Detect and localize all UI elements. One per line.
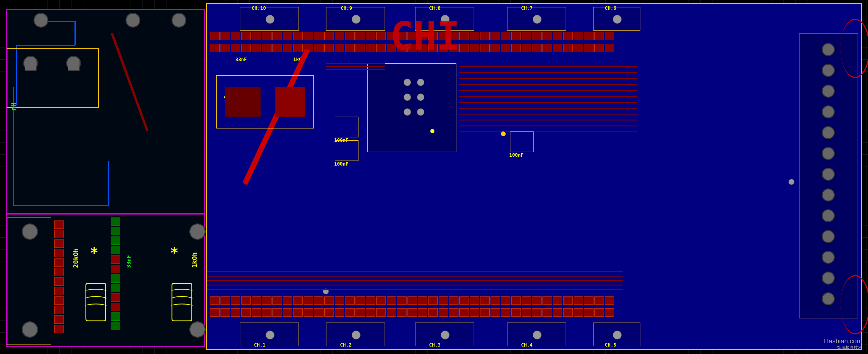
rh-via-11 xyxy=(822,251,835,264)
right-arc-2 xyxy=(840,275,868,334)
route-8 xyxy=(459,108,638,108)
pad-col-green xyxy=(111,218,120,330)
via-top-2 xyxy=(126,13,141,28)
b-route-4 xyxy=(207,276,623,277)
blue-horiz-trace xyxy=(13,205,108,206)
coil2-bump-2 xyxy=(170,296,193,302)
ic-pin-6 xyxy=(417,108,424,116)
coil-bump-3 xyxy=(85,303,107,310)
ch4-connector xyxy=(507,323,566,346)
rh-via-4 xyxy=(822,105,835,119)
label-20koh: 20kOh xyxy=(72,248,80,268)
via-bl-1 xyxy=(22,223,38,240)
via-bl-2 xyxy=(22,321,38,338)
ch9-connector xyxy=(326,7,385,31)
bottom-left-board: 20kOh * * 33nF 1kOh xyxy=(6,214,205,347)
ch9-via xyxy=(352,15,361,24)
rh-via-2 xyxy=(822,64,835,77)
ch4-label: CH.4 xyxy=(521,342,533,348)
bottom-pad-row-1 xyxy=(210,296,614,305)
ch5-label: CH.5 xyxy=(605,342,616,348)
ch6-connector xyxy=(593,7,641,31)
ic-pin-2 xyxy=(417,78,424,86)
red-diag-trace xyxy=(111,33,148,131)
right-arc xyxy=(840,19,868,78)
rh-via-8 xyxy=(822,188,835,201)
route-9 xyxy=(459,114,638,115)
rh-via-5 xyxy=(822,126,835,139)
rh-via-13 xyxy=(822,292,835,305)
left-board-label: nH xyxy=(10,103,17,111)
ch5-connector xyxy=(593,323,641,346)
bottom-pad-row-2 xyxy=(210,308,614,317)
ic-pin-1 xyxy=(404,78,411,86)
ch6-label: CH.6 xyxy=(605,5,616,11)
rh-via-1 xyxy=(822,43,835,56)
ch3-connector xyxy=(415,323,474,346)
comb-top xyxy=(326,62,385,70)
ic-pin-5 xyxy=(404,108,411,116)
ic-pin-3 xyxy=(404,94,411,101)
watermark-sub-text: 智造极具技术 xyxy=(824,345,862,350)
b-route-5 xyxy=(207,271,623,272)
via-top-1 xyxy=(34,13,49,28)
coil-bump-1 xyxy=(85,289,107,295)
via-bl-4 xyxy=(189,321,206,338)
ch7-connector xyxy=(507,7,566,31)
route-6 xyxy=(459,96,638,97)
label-33nf-top: 33nF xyxy=(235,57,247,62)
ch6-via xyxy=(613,15,622,24)
ch1-connector xyxy=(240,323,299,346)
ch7-via xyxy=(533,15,541,24)
route-2 xyxy=(459,72,638,73)
blue-vert2 xyxy=(108,161,109,206)
pcb-canvas: nH 20kOh * xyxy=(0,0,868,354)
blue-trace-3 xyxy=(74,21,76,45)
ch8-label: CH.8 xyxy=(429,5,441,11)
rh-via-9 xyxy=(822,209,835,222)
cap-100nf-2-label: 100nF xyxy=(334,161,348,167)
ch2-via xyxy=(352,330,361,340)
rh-via-7 xyxy=(822,168,835,181)
b-route-3 xyxy=(207,280,623,281)
rh-via-12 xyxy=(822,271,835,285)
board-dot-1 xyxy=(501,131,506,136)
route-4 xyxy=(459,84,638,85)
ch10-connector xyxy=(240,7,299,31)
ch10-label: CH.10 xyxy=(252,5,266,11)
b-route-2 xyxy=(207,285,623,285)
right-header xyxy=(799,34,858,318)
ch10-via xyxy=(266,15,275,24)
route-7 xyxy=(459,102,638,103)
ic-dot xyxy=(430,129,434,133)
ch3-label: CH.3 xyxy=(429,342,441,348)
via-top-3 xyxy=(172,13,186,28)
ch9-label: CH.9 xyxy=(341,5,352,11)
ch2-connector xyxy=(326,323,385,346)
rh-via-3 xyxy=(822,85,835,98)
ic-main xyxy=(367,63,456,152)
watermark-text: Hasbian.com xyxy=(824,337,862,345)
asterisk-2: * xyxy=(170,244,179,261)
ch2-label: CH.2 xyxy=(340,342,352,348)
ch1-via xyxy=(266,330,275,340)
cap-100nf-3 xyxy=(510,131,533,152)
route-3 xyxy=(459,78,638,79)
ch3-via xyxy=(441,330,450,340)
chi-label: CHI xyxy=(390,14,460,59)
ch1-label: CH.1 xyxy=(254,342,266,348)
coil2-bump-3 xyxy=(170,303,193,310)
cap-100nf-3-label: 100nF xyxy=(509,152,524,158)
ch5-via xyxy=(613,330,622,340)
route-11 xyxy=(459,126,638,126)
cap-100nf-1 xyxy=(335,117,359,137)
watermark: Hasbian.com 智造极具技术 xyxy=(824,337,862,350)
label-33nf-bl: 33nF xyxy=(126,255,132,268)
right-board: CH.10 CH.9 CH.8 CH.7 CH.6 xyxy=(206,3,862,350)
rh-via-6 xyxy=(822,147,835,160)
route-5 xyxy=(459,90,638,91)
battery-pos-fill xyxy=(275,87,305,117)
component-box-left xyxy=(7,49,99,108)
route-10 xyxy=(459,120,638,121)
left-board: nH xyxy=(6,9,205,214)
